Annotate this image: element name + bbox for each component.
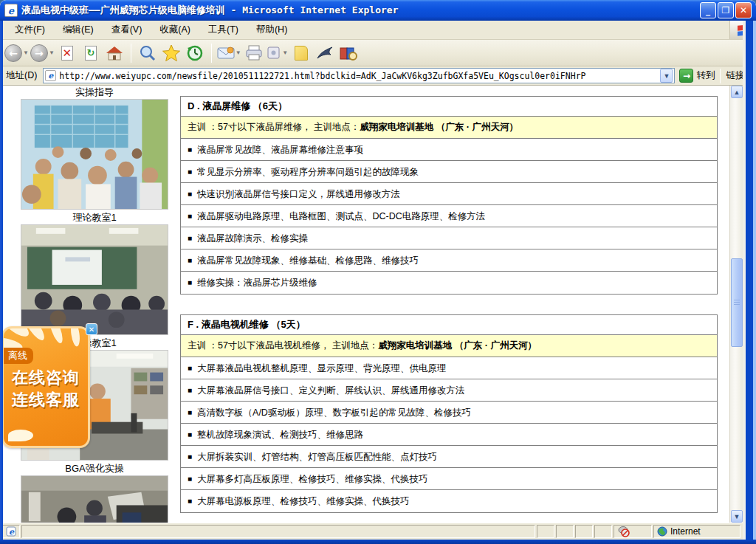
photo-sidebar: 实操指导 理论教室1 — [16, 86, 173, 523]
address-separator — [720, 69, 721, 83]
menu-tools[interactable]: 工具(T) — [199, 21, 247, 39]
window-border-right — [743, 21, 756, 540]
title-bar: e 液晶电视中级班——广州威翔芯片级电脑维修培训 - Microsoft Int… — [0, 0, 756, 21]
course-item-text: 常见显示分辨率、驱动程序分辨率问题引起的故障现象 — [197, 167, 419, 177]
offline-status-label: 离线 — [4, 348, 33, 364]
forward-button[interactable]: →▼ — [30, 42, 55, 64]
subtitle-prefix: 主训 ：57寸以下液晶屏维修， 主训地点： — [188, 122, 360, 132]
subtitle-location: 威翔家电培训基地 （广东 · 广州天河） — [360, 122, 518, 132]
course-item-row: ■液晶屏常见故障现象、维修基础、检修思路、维修技巧 — [181, 249, 717, 272]
course-table-f: F . 液晶电视机维修 （5天） 主训 ：57寸以下液晶电视机维修， 主训地点：… — [180, 314, 718, 513]
mail-button[interactable]: ▼ — [217, 42, 241, 64]
notes-button[interactable] — [290, 42, 312, 64]
course-item-row: ■大屏幕液晶电视机整机原理、显示原理、背光原理、供电原理 — [181, 357, 717, 379]
menu-edit[interactable]: 编辑(E) — [54, 21, 103, 39]
course-item-text: 快速识别液晶屏信号接口定义，屏线通用修改方法 — [197, 189, 400, 199]
edit-button[interactable]: ▼ — [267, 42, 289, 64]
links-label[interactable]: 链接 — [726, 69, 744, 82]
menu-favorites[interactable]: 收藏(A) — [151, 21, 199, 39]
history-button[interactable] — [184, 42, 206, 64]
status-empty-pane — [594, 525, 612, 538]
chevron-down-icon[interactable]: ▼ — [23, 49, 29, 56]
minimize-button[interactable]: _ — [700, 2, 716, 18]
menu-view[interactable]: 查看(V) — [103, 21, 151, 39]
go-arrow-icon: → — [679, 69, 693, 83]
course-subtitle: 主训 ：57寸以下液晶电视机维修， 主训地点：威翔家电培训基地 （广东 · 广州… — [181, 335, 717, 357]
bullet-icon: ■ — [188, 452, 192, 461]
dictionary-icon — [339, 45, 358, 61]
refresh-button[interactable]: ↻ — [80, 42, 102, 64]
forward-icon: → — [30, 44, 48, 62]
maximize-button[interactable]: ❐ — [718, 2, 734, 18]
address-label: 地址(D) — [3, 69, 43, 82]
ie-done-icon: e — [6, 526, 16, 537]
subtitle-location: 威翔家电培训基地 （广东 · 广州天河） — [378, 340, 537, 351]
back-button[interactable]: ←▼ — [4, 42, 29, 64]
scrollbar-thumb[interactable] — [731, 258, 743, 347]
course-title: F . 液晶电视机维修 （5天） — [181, 315, 717, 335]
course-item-text: 大屏拆装实训、灯管结构、灯管高压板匹配性能、点灯技巧 — [197, 452, 437, 462]
vertical-scrollbar[interactable]: ▲ ▼ — [729, 86, 743, 523]
course-item-row: ■液晶屏常见故障、液晶屏幕维修注意事项 — [181, 139, 717, 161]
course-item-row: ■大屏拆装实训、灯管结构、灯管高压板匹配性能、点灯技巧 — [181, 446, 717, 468]
chat-badge-body[interactable]: 离线 在线咨询 连线客服 — [1, 326, 90, 448]
home-button[interactable] — [103, 42, 126, 64]
course-item-text: 液晶屏驱动电路原理、电路框图、测试点、DC-DC电路原理、检修方法 — [197, 211, 485, 221]
badge-close-icon[interactable]: ✕ — [86, 323, 97, 335]
ie-page-icon: e — [4, 4, 18, 17]
stop-icon: ✕ — [61, 46, 73, 61]
go-button[interactable]: → 转到 — [679, 69, 715, 83]
chevron-down-icon[interactable]: ▼ — [282, 49, 288, 56]
course-item-row: ■液晶屏驱动电路原理、电路框图、测试点、DC-DC电路原理、检修方法 — [181, 205, 717, 227]
bullet-icon: ■ — [188, 475, 192, 483]
close-button[interactable]: ✕ — [735, 2, 752, 18]
window-title: 液晶电视中级班——广州威翔芯片级电脑维修培训 - Microsoft Inter… — [21, 4, 700, 17]
popup-blocked-icon — [617, 526, 630, 537]
course-item-text: 整机故障现象演试、检测技巧、维修思路 — [197, 430, 363, 440]
status-message-pane — [21, 525, 535, 538]
bullet-icon: ■ — [188, 234, 192, 242]
history-icon — [186, 44, 204, 62]
messenger-button[interactable] — [314, 42, 336, 64]
status-empty-pane — [575, 525, 593, 538]
window-border-left — [0, 21, 3, 540]
toolbar-separator — [211, 44, 212, 63]
lab-photo-4 — [21, 475, 168, 523]
chevron-down-icon[interactable]: ▼ — [236, 49, 241, 56]
messenger-swoosh-icon — [316, 45, 334, 61]
course-item-text: 液晶屏常见故障现象、维修基础、检修思路、维修技巧 — [197, 255, 419, 266]
bullet-icon: ■ — [188, 256, 192, 264]
course-item-text: 液晶屏故障演示、检修实操 — [197, 233, 308, 244]
course-item-text: 大屏幕液晶电视机整机原理、显示原理、背光原理、供电原理 — [197, 363, 447, 373]
search-button[interactable] — [137, 42, 159, 64]
edit-icon — [267, 46, 281, 61]
favorites-button[interactable] — [160, 42, 182, 64]
course-item-row: ■液晶屏故障演示、检修实操 — [181, 227, 717, 249]
stop-button[interactable]: ✕ — [56, 42, 78, 64]
note-icon — [295, 46, 308, 61]
chat-badge[interactable]: 离线 在线咨询 连线客服 ✕ — [1, 323, 97, 450]
browser-window: e 液晶电视中级班——广州威翔芯片级电脑维修培训 - Microsoft Int… — [0, 0, 756, 544]
course-item-text: 大屏幕多灯高压板原理、检修技巧、维修实操、代换技巧 — [197, 474, 428, 484]
window-border-bottom — [0, 540, 756, 544]
mail-icon — [217, 47, 235, 60]
chevron-down-icon[interactable]: ▼ — [49, 49, 55, 56]
popup-blocked-pane — [614, 525, 652, 538]
address-input[interactable]: e http://www.weiyupc.com/newsfile/201051… — [43, 68, 675, 83]
course-item-row: ■维修实操：液晶屏芯片级维修 — [181, 272, 717, 294]
menu-help[interactable]: 帮助(H) — [247, 21, 296, 39]
menu-file[interactable]: 文件(F) — [6, 21, 54, 39]
print-button[interactable] — [243, 42, 265, 64]
bullet-icon: ■ — [188, 278, 192, 286]
address-dropdown-button[interactable]: ▼ — [660, 69, 673, 83]
bullet-icon: ■ — [188, 386, 192, 394]
bullet-icon: ■ — [188, 364, 192, 372]
back-icon: ← — [4, 44, 22, 62]
scroll-up-button[interactable]: ▲ — [731, 86, 743, 98]
svg-text:e: e — [9, 527, 15, 537]
dictionary-button[interactable] — [337, 42, 360, 64]
internet-globe-icon — [657, 526, 667, 537]
scroll-down-button[interactable]: ▼ — [731, 510, 743, 523]
course-item-text: 大屏幕液晶屏信号接口、定义判断、屏线认识、屏线通用修改方法 — [197, 385, 465, 396]
photo-caption: BGA强化实操 — [16, 463, 173, 475]
